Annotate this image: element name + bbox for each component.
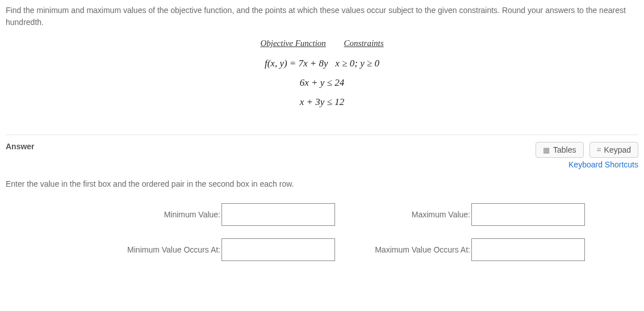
question-prompt: Find the minimum and maximum values of t… [6,5,638,28]
keyboard-shortcuts-link[interactable]: Keyboard Shortcuts [568,160,638,169]
maximum-value-input[interactable] [471,203,585,226]
section-divider [6,135,638,135]
constraints-header: Constraints [344,39,384,48]
minimum-value-input[interactable] [221,203,335,226]
math-line-2: 6x + y ≤ 24 [6,73,638,93]
answer-heading: Answer [6,142,35,151]
keypad-icon: ⌗ [597,145,601,154]
maximum-occurs-at-input[interactable] [471,238,585,261]
tables-button[interactable]: ▦ Tables [536,142,583,158]
tables-button-label: Tables [553,145,576,154]
answer-form: Minimum Value: Maximum Value: Minimum Va… [6,203,638,261]
minimum-occurs-at-input[interactable] [221,238,335,261]
math-line-3: x + 3y ≤ 12 [6,93,638,112]
keypad-button[interactable]: ⌗ Keypad [589,142,638,158]
maximum-occurs-at-label: Maximum Value Occurs At: [358,245,471,254]
maximum-value-label: Maximum Value: [358,210,471,219]
math-column-headers: Objective Function Constraints [6,39,638,48]
answer-tools: ▦ Tables ⌗ Keypad [536,142,638,158]
tables-icon: ▦ [543,146,550,154]
objective-function-header: Objective Function [260,39,325,48]
minimum-occurs-at-label: Minimum Value Occurs At: [6,245,221,254]
math-block: Objective Function Constraints f(x, y) =… [6,39,638,112]
minimum-value-label: Minimum Value: [6,210,221,219]
answer-instruction: Enter the value in the first box and the… [6,179,638,188]
math-line-1: f(x, y) = 7x + 8y x ≥ 0; y ≥ 0 [6,54,638,73]
keypad-button-label: Keypad [604,145,631,154]
